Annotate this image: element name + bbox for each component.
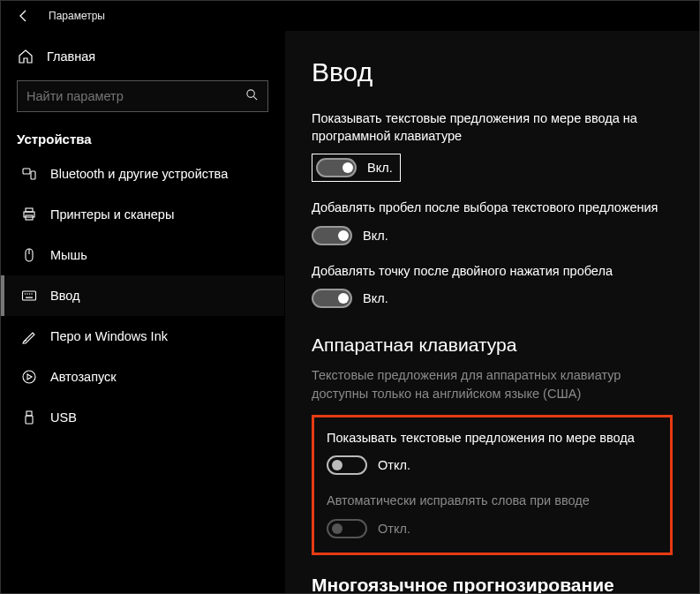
sidebar-item-bluetooth[interactable]: Bluetooth и другие устройства	[1, 154, 284, 194]
svg-rect-4	[26, 208, 33, 212]
svg-rect-8	[23, 291, 36, 300]
sidebar-category: Устройства	[1, 123, 284, 154]
titlebar: Параметры	[1, 1, 699, 31]
setting-add-space: Добавлять пробел после выбора текстового…	[312, 199, 673, 245]
svg-rect-2	[31, 171, 35, 179]
sidebar-home-label: Главная	[47, 49, 95, 64]
svg-point-9	[25, 293, 26, 294]
svg-point-0	[247, 89, 254, 96]
setting-hw-suggestions: Показывать текстовые предложения по мере…	[327, 430, 658, 476]
sidebar-item-label: Bluetooth и другие устройства	[50, 167, 228, 181]
toggle-soft-suggestions[interactable]	[316, 158, 357, 177]
sidebar-item-autoplay[interactable]: Автозапуск	[1, 357, 284, 397]
main-content: Ввод Показывать текстовые предложения по…	[285, 31, 699, 593]
setting-soft-suggestions: Показывать текстовые предложения по мере…	[312, 110, 673, 182]
svg-point-12	[31, 293, 32, 294]
setting-label: Показывать текстовые предложения по мере…	[312, 110, 665, 145]
search-input[interactable]	[26, 89, 245, 103]
sidebar-item-printers[interactable]: Принтеры и сканеры	[1, 194, 284, 235]
svg-rect-1	[23, 169, 30, 174]
setting-add-period: Добавлять точку после двойного нажатия п…	[312, 263, 673, 309]
home-icon	[17, 49, 34, 64]
svg-rect-15	[26, 411, 32, 416]
svg-point-11	[29, 293, 30, 294]
sidebar-item-label: Автозапуск	[50, 370, 117, 384]
window-title: Параметры	[49, 10, 105, 22]
toggle-add-period[interactable]	[312, 289, 352, 308]
search-icon	[245, 88, 259, 105]
sidebar-item-label: Принтеры и сканеры	[50, 207, 174, 222]
setting-label: Автоматически исправлять слова при вводе	[327, 492, 658, 510]
sidebar-item-label: Мышь	[50, 248, 87, 262]
keyboard-icon	[20, 288, 38, 304]
toggle-hw-suggestions[interactable]	[327, 455, 367, 475]
sidebar-item-label: Ввод	[50, 289, 79, 303]
setting-label: Добавлять точку после двойного нажатия п…	[312, 263, 665, 281]
setting-hw-autocorrect: Автоматически исправлять слова при вводе…	[327, 492, 658, 538]
usb-icon	[20, 410, 38, 425]
setting-label: Показывать текстовые предложения по мере…	[327, 430, 658, 447]
mouse-icon	[20, 247, 38, 263]
sidebar: Главная Устройства Bluetooth и другие ус…	[1, 31, 285, 593]
toggle-hw-autocorrect	[327, 519, 367, 538]
pen-icon	[20, 328, 38, 344]
toggle-state: Вкл.	[367, 161, 393, 175]
sidebar-item-usb[interactable]: USB	[1, 397, 284, 438]
devices-icon	[20, 166, 38, 182]
setting-label: Добавлять пробел после выбора текстового…	[312, 199, 665, 217]
sidebar-item-label: Перо и Windows Ink	[50, 329, 168, 343]
settings-window: Параметры Главная Устройства	[0, 0, 700, 594]
sidebar-item-pen[interactable]: Перо и Windows Ink	[1, 316, 284, 357]
svg-rect-13	[26, 297, 33, 298]
highlight-box: Показывать текстовые предложения по мере…	[312, 415, 673, 555]
printer-icon	[20, 207, 38, 222]
back-button[interactable]	[10, 2, 38, 30]
sidebar-item-typing[interactable]: Ввод	[1, 275, 284, 316]
svg-point-10	[26, 293, 27, 294]
page-title: Ввод	[312, 57, 673, 87]
toggle-state: Вкл.	[363, 291, 388, 305]
section-desc: Текстовые предложения для аппаратных кла…	[312, 366, 673, 402]
section-hardware-keyboard: Аппаратная клавиатура	[312, 335, 673, 356]
arrow-left-icon	[17, 9, 31, 23]
toggle-add-space[interactable]	[312, 226, 352, 245]
search-box[interactable]	[17, 80, 268, 112]
toggle-state: Откл.	[378, 458, 410, 472]
sidebar-item-label: USB	[50, 410, 77, 425]
sidebar-item-mouse[interactable]: Мышь	[1, 235, 284, 275]
svg-rect-16	[26, 416, 33, 424]
toggle-state: Откл.	[378, 522, 410, 536]
svg-point-14	[23, 371, 35, 383]
autoplay-icon	[20, 369, 38, 385]
section-multilingual: Многоязычное прогнозирование текста	[312, 575, 673, 593]
toggle-state: Вкл.	[363, 229, 388, 243]
sidebar-home[interactable]: Главная	[1, 38, 284, 75]
